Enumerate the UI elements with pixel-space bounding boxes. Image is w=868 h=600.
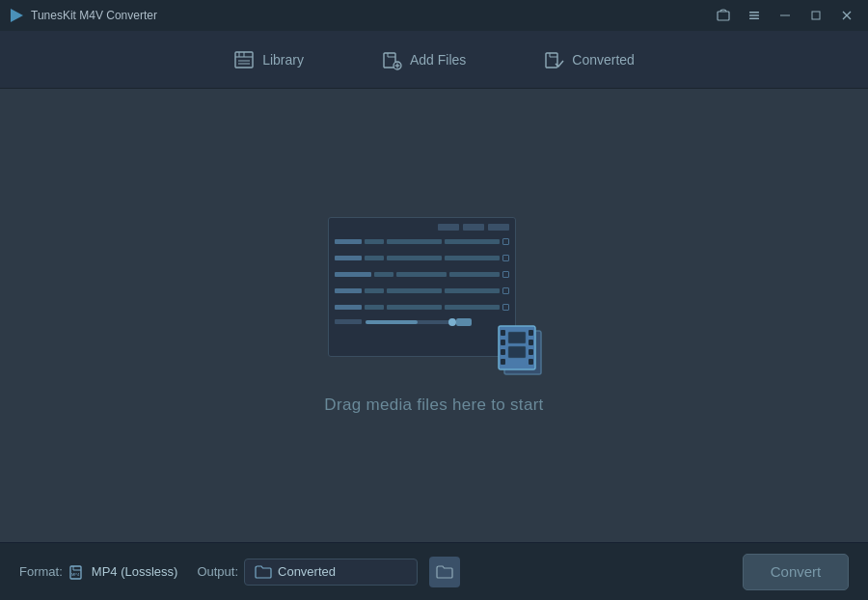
tab-library-label: Library bbox=[262, 52, 304, 68]
converted-icon bbox=[543, 49, 564, 70]
close-icon bbox=[842, 11, 852, 20]
tab-add-files-label: Add Files bbox=[410, 52, 466, 68]
menu-icon bbox=[747, 9, 761, 22]
svg-rect-39 bbox=[529, 340, 533, 345]
output-folder-icon bbox=[255, 563, 272, 581]
svg-rect-34 bbox=[501, 330, 505, 336]
tab-add-files[interactable]: Add Files bbox=[371, 43, 475, 76]
illustration bbox=[328, 217, 540, 376]
status-bar: Format: MP4 MP4 (Lossless) Output: Conve… bbox=[0, 542, 868, 600]
main-content: Drag media files here to start bbox=[0, 89, 868, 542]
svg-rect-3 bbox=[749, 14, 759, 16]
minimize-button[interactable] bbox=[772, 6, 799, 25]
browse-button[interactable] bbox=[429, 557, 460, 587]
app-title: TunesKit M4V Converter bbox=[31, 9, 157, 22]
film-icon bbox=[497, 323, 550, 381]
tab-converted[interactable]: Converted bbox=[533, 43, 644, 76]
menu-button[interactable] bbox=[741, 6, 768, 25]
mini-table-illustration bbox=[328, 217, 516, 357]
svg-rect-38 bbox=[529, 330, 533, 336]
title-controls bbox=[710, 6, 860, 25]
svg-rect-42 bbox=[508, 332, 526, 343]
minimize-icon bbox=[780, 14, 790, 16]
maximize-button[interactable] bbox=[802, 6, 829, 25]
svg-marker-0 bbox=[11, 9, 23, 22]
svg-rect-41 bbox=[529, 359, 533, 365]
svg-rect-36 bbox=[501, 349, 505, 355]
svg-rect-35 bbox=[501, 340, 505, 345]
maximize-icon bbox=[811, 11, 821, 20]
svg-rect-4 bbox=[749, 18, 759, 20]
svg-text:MP4: MP4 bbox=[71, 572, 80, 577]
svg-rect-2 bbox=[749, 12, 759, 14]
convert-button[interactable]: Convert bbox=[743, 554, 849, 590]
output-value: Converted bbox=[278, 564, 336, 579]
svg-rect-37 bbox=[501, 359, 505, 365]
convert-label: Convert bbox=[771, 563, 822, 580]
format-icon: MP4 bbox=[68, 563, 86, 581]
format-value: MP4 (Lossless) bbox=[92, 564, 178, 579]
drag-drop-hint: Drag media files here to start bbox=[324, 395, 543, 415]
svg-rect-40 bbox=[529, 349, 533, 355]
svg-rect-21 bbox=[546, 53, 557, 68]
app-logo-icon bbox=[8, 7, 25, 24]
add-files-icon bbox=[381, 49, 402, 70]
output-section: Output: Converted bbox=[197, 557, 743, 587]
cart-icon bbox=[717, 9, 730, 22]
title-bar: TunesKit M4V Converter bbox=[0, 0, 868, 31]
output-path-box: Converted bbox=[244, 559, 418, 586]
format-section: Format: MP4 MP4 (Lossless) bbox=[19, 563, 177, 581]
title-left: TunesKit M4V Converter bbox=[8, 7, 157, 24]
close-button[interactable] bbox=[833, 6, 860, 25]
svg-rect-5 bbox=[780, 15, 790, 16]
tab-library[interactable]: Library bbox=[224, 43, 313, 76]
svg-rect-6 bbox=[812, 12, 820, 19]
svg-rect-43 bbox=[508, 346, 526, 358]
svg-rect-1 bbox=[718, 12, 729, 20]
output-label: Output: bbox=[197, 564, 238, 579]
cart-button[interactable] bbox=[710, 6, 737, 25]
library-icon bbox=[233, 49, 255, 70]
nav-bar: Library Add Files Converted bbox=[0, 31, 868, 89]
format-label: Format: bbox=[19, 564, 63, 579]
tab-converted-label: Converted bbox=[572, 52, 635, 68]
